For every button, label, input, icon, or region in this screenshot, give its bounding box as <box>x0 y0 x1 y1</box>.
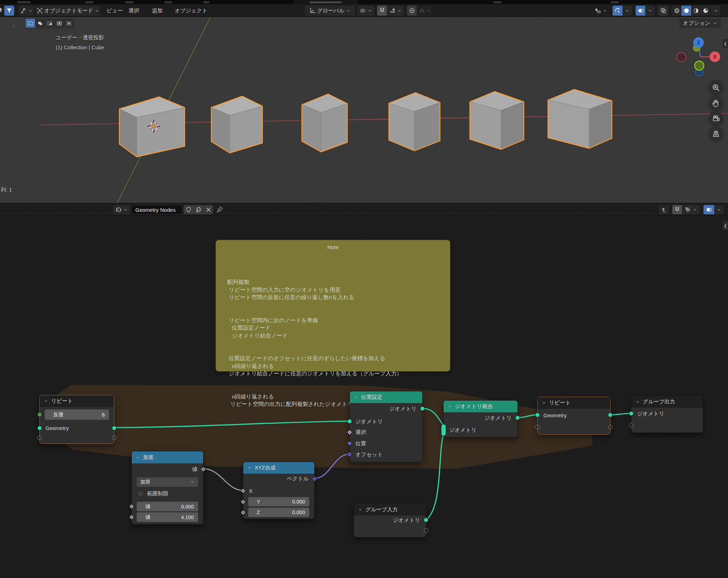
node-group-input[interactable]: グループ入力 ジオメトリ <box>354 503 426 538</box>
node-repeat-input[interactable]: リピート 反復 6 Geometry <box>39 395 114 444</box>
socket-extend-in[interactable] <box>37 435 42 440</box>
show-gizmo-dropdown[interactable] <box>592 6 609 16</box>
orientation-label: グローバル <box>317 7 344 14</box>
camera-view-button[interactable] <box>708 111 723 126</box>
shading-rendered-button[interactable] <box>701 6 710 16</box>
overlays-dropdown[interactable] <box>645 6 654 16</box>
overlays-toggle-button[interactable] <box>636 6 645 16</box>
gizmos-dropdown[interactable] <box>623 6 632 16</box>
node-snap-toggle[interactable] <box>672 205 682 214</box>
value2-field[interactable]: 値4.100 <box>137 512 198 522</box>
collapse-chevron-icon[interactable] <box>247 466 252 470</box>
falloff-curve-icon <box>419 7 425 14</box>
viewport-3d[interactable]: ユーザー・透視投影 (1) Collection | Cube 列: 1 ‹ オ… <box>0 17 728 203</box>
node-overlays-dropdown[interactable] <box>714 205 724 214</box>
socket-geometry-multi-in[interactable] <box>441 424 446 436</box>
options-button[interactable]: オプション <box>679 18 721 28</box>
gizmos-toggle-button[interactable] <box>613 6 623 16</box>
xray-toggle-button[interactable] <box>658 6 668 16</box>
zoom-button[interactable] <box>708 80 723 95</box>
operation-dropdown[interactable]: 加算 <box>137 477 198 487</box>
node-combine-xyz[interactable]: XYZ合成 ベクトル X Y0.000 Z0.000 <box>243 462 315 519</box>
socket-geometry-in[interactable] <box>37 426 42 430</box>
node-join-geometry[interactable]: ジオメトリ統合 ジオメトリ ジオメトリ <box>443 400 518 437</box>
node-overlays-toggle[interactable] <box>703 205 714 214</box>
note-frame[interactable]: Note 配列複製 リピート空間の入力に空のジオメトリを用意 リピート空間の反復… <box>216 240 450 371</box>
node-sidebar-collapse-tab[interactable]: ❮ <box>723 221 728 230</box>
geometry-out-row: ジオメトリ <box>354 515 426 525</box>
collapse-chevron-icon[interactable] <box>447 404 452 409</box>
shading-wireframe-button[interactable] <box>672 6 681 16</box>
socket-extend-out[interactable] <box>112 435 116 440</box>
pin-button[interactable] <box>216 206 223 213</box>
socket-geometry-out[interactable] <box>608 413 613 417</box>
node-group-output[interactable]: グループ出力 ジオメトリ <box>631 395 703 433</box>
node-repeat-output[interactable]: リピート Geometry <box>537 397 610 435</box>
editor-type-dropdown[interactable] <box>113 205 130 214</box>
socket-geometry-in[interactable] <box>629 411 634 416</box>
node-editor-icon <box>115 207 122 213</box>
sidebar-collapse-tab[interactable]: ❮ <box>723 39 728 48</box>
iterations-field[interactable]: 反復 6 <box>45 409 109 420</box>
clamp-checkbox[interactable] <box>137 491 143 497</box>
value1-field[interactable]: 値0.000 <box>137 502 198 511</box>
collapse-chevron-icon[interactable] <box>358 507 363 512</box>
pan-button[interactable] <box>708 96 723 111</box>
unlink-button[interactable] <box>203 205 213 214</box>
select-mode-set[interactable] <box>26 19 35 28</box>
socket-extend-in[interactable] <box>629 423 634 428</box>
z-field[interactable]: Z0.000 <box>248 508 309 517</box>
shield-icon <box>185 207 192 213</box>
shading-dropdown[interactable] <box>711 6 720 16</box>
select-mode-subtract[interactable] <box>45 19 54 28</box>
socket-extend-in[interactable] <box>535 425 540 429</box>
ortho-toggle-button[interactable] <box>708 126 723 141</box>
offset-row: オフセット <box>350 449 422 460</box>
collapse-chevron-icon[interactable] <box>542 401 546 405</box>
node-math-add[interactable]: 加算 値 加算 範囲制限 値0.000 値4.100 <box>131 451 203 524</box>
hand-icon <box>712 99 720 108</box>
collapse-chevron-icon[interactable] <box>44 399 48 403</box>
active-tool-dropdown[interactable] <box>19 6 34 16</box>
socket-geometry-out[interactable] <box>515 415 520 420</box>
select-mode-extend[interactable] <box>35 19 45 28</box>
socket-geometry-in[interactable] <box>535 413 540 417</box>
socket-geometry-out[interactable] <box>420 406 425 411</box>
menu-add[interactable]: 追加 <box>152 6 163 16</box>
socket-geometry-out[interactable] <box>424 518 428 522</box>
pivot-dropdown[interactable] <box>358 6 374 16</box>
node-set-position[interactable]: 位置設定 ジオメトリ ジオメトリ 選択 位置 オフセット <box>349 391 423 462</box>
socket-extend-out[interactable] <box>608 425 613 429</box>
y-field[interactable]: Y0.000 <box>248 497 309 506</box>
fake-user-button[interactable] <box>184 205 194 214</box>
node-tree-name-field[interactable]: Geometry Nodes <box>131 205 183 214</box>
socket-extend-out[interactable] <box>424 528 428 533</box>
collapse-chevron-icon[interactable] <box>354 395 358 400</box>
falloff-dropdown[interactable] <box>417 6 433 16</box>
collapse-chevron-icon[interactable] <box>635 400 640 404</box>
menu-view[interactable]: ビュー <box>107 6 123 16</box>
gizmo-axis-neg-y <box>695 61 704 70</box>
axis-gizmo[interactable]: Z X <box>673 35 726 80</box>
select-mode-intersect[interactable] <box>64 19 74 28</box>
proportional-edit-button[interactable] <box>407 6 417 16</box>
menu-object[interactable]: オブジェクト <box>175 6 207 16</box>
socket-geometry-in[interactable] <box>347 419 352 424</box>
mode-dropdown[interactable]: オブジェクトモード <box>36 6 100 16</box>
snap-settings-dropdown[interactable] <box>387 6 404 16</box>
select-mode-invert[interactable] <box>54 19 64 28</box>
new-copy-button[interactable] <box>194 205 203 214</box>
socket-iterations-in[interactable] <box>37 412 42 417</box>
toolbar-flyout-arrow[interactable]: ‹ <box>13 23 14 29</box>
go-parent-tree-button[interactable] <box>659 205 669 214</box>
collapse-chevron-icon[interactable] <box>136 455 140 460</box>
orientation-icon <box>309 7 316 14</box>
shading-material-button[interactable] <box>691 6 701 16</box>
menu-select[interactable]: 選択 <box>129 6 139 16</box>
node-snap-dropdown[interactable] <box>682 205 700 214</box>
shading-solid-button[interactable] <box>681 6 691 16</box>
orientation-dropdown[interactable]: グローバル <box>305 6 355 16</box>
snap-toggle-button[interactable] <box>377 6 387 16</box>
filter-button[interactable] <box>4 6 14 16</box>
socket-geometry-out[interactable] <box>112 426 116 430</box>
